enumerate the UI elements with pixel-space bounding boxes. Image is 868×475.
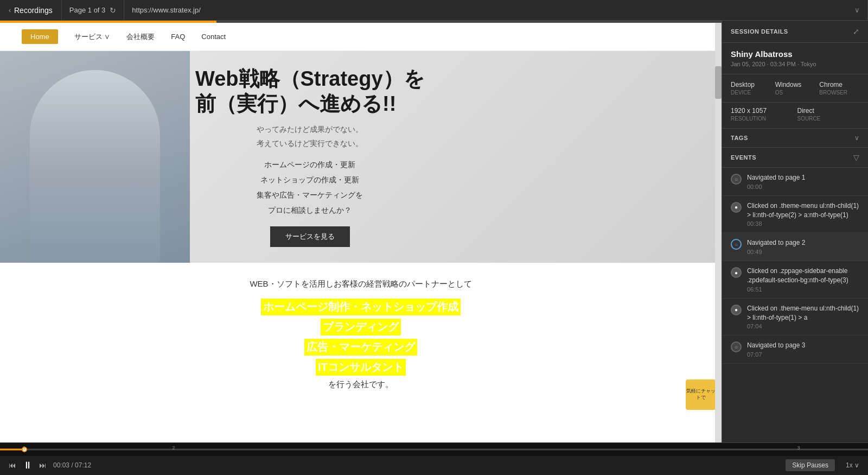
event-content-4: Clicked on .theme-menu ul:nth-child(1) >… <box>747 304 859 330</box>
session-panel: SESSION DETAILS ⤢ Shiny Albatross Jan 05… <box>722 21 868 442</box>
event-item-3[interactable]: ● Clicked on .zppage-sidebar-enable .zpd… <box>722 261 868 299</box>
timeline-marker-2: 2 <box>172 445 175 451</box>
site-partial: を行う会社です。 <box>22 379 700 390</box>
session-user: Shiny Albatross Jan 05, 2020 · 03:34 PM … <box>722 43 868 74</box>
event-time-3: 06:51 <box>747 286 859 293</box>
play-pause-button[interactable]: ⏸ <box>23 460 33 471</box>
refresh-icon[interactable]: ↻ <box>110 6 116 15</box>
resolution-label: RESOLUTION <box>731 116 793 122</box>
events-section: EVENTS ▽ ○ Navigated to page 1 00:00 ● C… <box>722 148 868 442</box>
scrollbar-thumb[interactable] <box>715 66 722 99</box>
top-bar: ‹ Recordings Page 1 of 3 ↻ https://www.s… <box>0 0 868 21</box>
device-type-label: DEVICE <box>731 90 771 96</box>
hero-title: Web戦略（Strategy）を 前（実行）へ進める!! <box>195 67 425 116</box>
device-os-label: OS <box>775 90 815 96</box>
event-icon-5: ○ <box>731 341 742 352</box>
hero-services: ホームページの作成・更新 ネットショップの作成・更新 集客や広告・マーケティング… <box>195 157 425 218</box>
person-image <box>30 70 160 263</box>
device-os: Windows OS <box>775 81 815 96</box>
prev-button[interactable]: ⏮ <box>9 461 16 470</box>
event-content-2: Navigated to page 2 00:49 <box>747 238 859 255</box>
session-details-title: SESSION DETAILS <box>731 28 788 35</box>
chat-widget-label: 気軽にチャットで <box>686 388 716 401</box>
session-header: SESSION DETAILS ⤢ <box>722 21 868 43</box>
event-time-4: 07:04 <box>747 323 859 330</box>
page-label: Page 1 of 3 <box>69 6 106 14</box>
device-browser: Chrome BROWSER <box>819 81 859 96</box>
highlight-1: ホームページ制作・ネットショップ作成 <box>261 299 461 315</box>
event-item-1[interactable]: ● Clicked on .theme-menu ul:nth-child(1)… <box>722 196 868 233</box>
nav-faq[interactable]: FAQ <box>171 33 185 41</box>
site-description: WEB・ソフトを活用しお客様の経営戦略のパートナーとして <box>22 279 700 289</box>
nav-company[interactable]: 会社概要 <box>126 32 155 42</box>
event-icon-0: ○ <box>731 174 742 185</box>
event-time-0: 00:00 <box>747 183 859 190</box>
site-bottom: WEB・ソフトを活用しお客様の経営戦略のパートナーとして ホームページ制作・ネッ… <box>0 263 722 406</box>
scrollbar[interactable] <box>715 23 722 442</box>
speed-control[interactable]: 1x ∨ <box>846 461 859 469</box>
main-area: Home サービス ∨ 会社概要 FAQ Contact Web戦略（Strat… <box>0 21 868 442</box>
highlight-2: ブランディング <box>321 319 401 335</box>
event-item-0[interactable]: ○ Navigated to page 1 00:00 <box>722 168 868 196</box>
device-browser-value: Chrome <box>819 81 859 88</box>
time-display: 00:03 / 07:12 <box>53 461 91 469</box>
timeline-track <box>0 448 868 450</box>
session-resolution: 1920 x 1057 RESOLUTION Direct SOURCE <box>722 103 868 129</box>
device-type: Desktop DEVICE <box>731 81 771 96</box>
events-header: EVENTS ▽ <box>722 148 868 168</box>
collapse-icon[interactable]: ⤢ <box>853 27 859 36</box>
url-text: https://www.stratex.jp/ <box>132 6 200 14</box>
current-time: 00:03 <box>53 461 69 469</box>
timeline-progress <box>0 448 24 450</box>
nav-services[interactable]: サービス ∨ <box>74 32 111 42</box>
event-item-5[interactable]: ○ Navigated to page 3 07:07 <box>722 335 868 364</box>
cta-button[interactable]: サービスを見る <box>270 226 350 247</box>
recordings-button[interactable]: ‹ Recordings <box>0 0 62 20</box>
source-label: SOURCE <box>797 116 860 122</box>
filter-icon[interactable]: ▽ <box>853 153 859 162</box>
device-os-value: Windows <box>775 81 815 88</box>
nav-home[interactable]: Home <box>22 29 58 44</box>
back-chevron-icon: ‹ <box>9 7 11 14</box>
next-button[interactable]: ⏭ <box>39 461 47 470</box>
tags-chevron-icon: ∨ <box>854 134 859 142</box>
event-content-0: Navigated to page 1 00:00 <box>747 173 859 190</box>
recordings-label: Recordings <box>14 6 53 15</box>
highlight-4: ITコンサルタント <box>316 359 406 376</box>
event-title-5: Navigated to page 3 <box>747 341 859 350</box>
event-title-4: Clicked on .theme-menu ul:nth-child(1) >… <box>747 304 859 322</box>
session-device-grid: Desktop DEVICE Windows OS Chrome BROWSER <box>722 74 868 103</box>
event-content-5: Navigated to page 3 07:07 <box>747 341 859 358</box>
chat-widget[interactable]: 気軽にチャットで <box>686 379 716 410</box>
tags-label: TAGS <box>731 135 748 141</box>
url-bar: https://www.stratex.jp/ ∨ <box>124 0 868 20</box>
hero-text-block: Web戦略（Strategy）を 前（実行）へ進める!! やってみたけど成果がで… <box>174 56 446 258</box>
nav-contact[interactable]: Contact <box>201 33 226 41</box>
resolution-value: 1920 x 1057 <box>731 107 793 115</box>
event-item-4[interactable]: ● Clicked on .theme-menu ul:nth-child(1)… <box>722 299 868 336</box>
session-meta: Jan 05, 2020 · 03:34 PM · Tokyo <box>731 61 859 67</box>
source-value: Direct <box>797 107 860 115</box>
total-time: 07:12 <box>75 461 91 469</box>
event-title-0: Navigated to page 1 <box>747 173 859 182</box>
timeline[interactable]: 1 2 3 <box>0 443 868 456</box>
event-icon-4: ● <box>731 305 742 315</box>
event-title-3: Clicked on .zppage-sidebar-enable .zpdef… <box>747 267 859 285</box>
skip-pauses-button[interactable]: Skip Pauses <box>786 459 835 471</box>
event-title-2: Navigated to page 2 <box>747 238 859 248</box>
session-username: Shiny Albatross <box>731 49 859 59</box>
timeline-marker-1: 1 <box>23 445 25 451</box>
hero-image <box>0 51 190 263</box>
tags-section[interactable]: TAGS ∨ <box>722 129 868 148</box>
event-time-2: 00:49 <box>747 249 859 255</box>
event-content-1: Clicked on .theme-menu ul:nth-child(1) >… <box>747 201 859 227</box>
event-time-5: 07:07 <box>747 351 859 358</box>
event-item-2[interactable]: ○ Navigated to page 2 00:49 <box>722 233 868 261</box>
highlight-3: 広告・マーケティング <box>304 339 417 356</box>
device-type-value: Desktop <box>731 81 771 88</box>
event-icon-2: ○ <box>731 239 742 250</box>
events-label: EVENTS <box>731 154 756 161</box>
recording-viewport: Home サービス ∨ 会社概要 FAQ Contact Web戦略（Strat… <box>0 21 722 442</box>
events-list: ○ Navigated to page 1 00:00 ● Clicked on… <box>722 168 868 442</box>
site-navigation: Home サービス ∨ 会社概要 FAQ Contact <box>0 23 722 51</box>
